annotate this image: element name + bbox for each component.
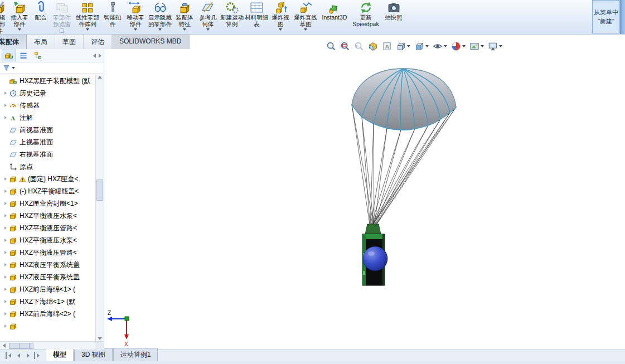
bill-of-materials-button[interactable]: 材料明细表 (244, 0, 269, 33)
apply-scene-icon[interactable] (468, 41, 485, 52)
move-component-button[interactable]: 移动零部件 (124, 0, 147, 33)
expand-arrow-icon[interactable] (4, 263, 7, 266)
last-tab-icon[interactable] (34, 352, 41, 359)
expand-arrow-icon[interactable] (4, 202, 7, 205)
tree-item-component-partial[interactable] (0, 320, 95, 332)
tree-item-component[interactable]: HXZ平衡液压水泵< (0, 234, 95, 246)
tab-evaluate[interactable]: 评估 (84, 35, 112, 49)
tree-item-component[interactable]: HXZ平衡液压水泵< (0, 210, 95, 222)
update-speedpak-button[interactable]: 更新Speedpak (350, 0, 381, 33)
tree-item-top-plane[interactable]: 上视基准面 (0, 136, 95, 148)
expand-arrow-icon[interactable] (4, 116, 7, 119)
edit-appearance-icon[interactable] (450, 41, 467, 52)
dropdown-caret-icon[interactable] (206, 28, 210, 31)
expand-arrow-icon[interactable] (4, 312, 7, 316)
tree-item-history[interactable]: 历史记录 (0, 87, 95, 99)
tab-layout[interactable]: 布局 (27, 35, 55, 49)
tree-item-component[interactable]: (-) HXZ平衡罐瓶盖< (0, 185, 95, 197)
tree-item-component[interactable]: HXZ液压平衡系统盖 (0, 271, 95, 283)
dropdown-caret-icon[interactable] (462, 45, 466, 47)
tree-item-root[interactable]: HXZ黑匣子装配模型 (默 (0, 75, 95, 87)
tree-item-component[interactable]: (固定) HXZ匣盒< (0, 173, 95, 185)
tree-item-component[interactable]: HXZ平衡液压管路< (0, 246, 95, 259)
dropdown-caret-icon[interactable] (407, 45, 410, 47)
expand-arrow-icon[interactable] (4, 275, 7, 279)
propertymanager-tab[interactable] (16, 50, 31, 61)
new-document-hint-panel[interactable]: 从菜单中 “新建” (592, 0, 620, 33)
show-hidden-components-button[interactable]: 显示隐藏的零部件 (147, 0, 173, 33)
vertical-scroll-thumb[interactable] (96, 179, 103, 201)
zoom-fit-icon[interactable] (325, 41, 337, 52)
display-style-icon[interactable] (413, 41, 430, 52)
tab-assembly[interactable]: 装配体 (0, 35, 27, 49)
expand-arrow-icon[interactable] (4, 226, 7, 230)
new-motion-study-button[interactable]: 新建运动算例 (220, 0, 244, 33)
tree-vertical-scrollbar[interactable] (95, 75, 104, 341)
tree-item-component[interactable]: HXZ前后海绵<2> ( (0, 308, 95, 320)
tree-item-annotations[interactable]: 注解 (0, 111, 95, 124)
filter-funnel-icon[interactable] (3, 65, 10, 71)
first-tab-icon[interactable] (6, 352, 13, 359)
graphics-area[interactable]: Z X (104, 49, 625, 350)
dropdown-caret-icon[interactable] (444, 45, 447, 47)
dropdown-caret-icon[interactable] (134, 28, 137, 31)
smart-fasteners-button[interactable]: 智能扣件 (101, 0, 124, 33)
featuremanager-tab[interactable] (2, 50, 16, 61)
assembly-features-button[interactable]: 装配体特征 (173, 0, 196, 33)
expand-arrow-icon[interactable] (4, 300, 7, 303)
exploded-view-button[interactable]: 爆炸视图 (269, 0, 292, 33)
view-settings-icon[interactable] (487, 41, 503, 52)
dropdown-caret-icon[interactable] (183, 28, 186, 31)
expand-arrow-icon[interactable] (4, 324, 7, 328)
tree-item-component[interactable]: HXZ液压平衡系统盖 (0, 259, 95, 271)
tree-item-front-plane[interactable]: 前视基准面 (0, 124, 95, 136)
component-preview-window-button[interactable]: 零部件预览窗口 (50, 0, 74, 33)
scroll-down-icon[interactable] (98, 337, 102, 340)
tab-sketch[interactable]: 草图 (55, 35, 84, 49)
manager-tabs-scroll-right-icon[interactable] (99, 54, 101, 58)
tree-item-sensors[interactable]: 传感器 (0, 99, 95, 111)
tree-item-component[interactable]: HXZ前后海绵<1> ( (0, 283, 95, 295)
take-snapshot-button[interactable]: 拍快照 (381, 0, 406, 33)
tree-item-right-plane[interactable]: 右视基准面 (0, 148, 95, 161)
mate-button[interactable]: 配合 (31, 0, 50, 33)
configurationmanager-tab[interactable] (31, 50, 45, 61)
dropdown-caret-icon[interactable] (425, 45, 429, 47)
dropdown-caret-icon[interactable] (481, 45, 484, 47)
dropdown-caret-icon[interactable] (18, 28, 21, 31)
edit-component-button[interactable]: 编辑零部件 (0, 0, 8, 33)
tree-item-component[interactable]: HXZ平衡液压管路< (0, 222, 95, 234)
tab-solidworks-mbd[interactable]: SOLIDWORKS MBD (112, 35, 189, 49)
insert-components-button[interactable]: 插入零部件 (8, 0, 31, 33)
dropdown-caret-icon[interactable] (86, 28, 89, 31)
section-view-icon[interactable] (367, 41, 379, 52)
view-orientation-icon[interactable] (395, 41, 411, 52)
tab-motion-study-1[interactable]: 运动算例1 (113, 348, 158, 361)
zoom-area-icon[interactable] (339, 41, 351, 52)
horizontal-scroll-thumb[interactable] (9, 343, 33, 349)
expand-arrow-icon[interactable] (4, 251, 7, 254)
hide-show-items-icon[interactable] (432, 41, 448, 52)
tree-item-component[interactable]: HXZ下海绵<1> (默 (0, 295, 95, 308)
dropdown-caret-icon[interactable] (499, 45, 502, 47)
expand-arrow-icon[interactable] (4, 177, 7, 181)
tab-3d-views[interactable]: 3D 视图 (74, 348, 113, 361)
previous-view-icon[interactable] (353, 41, 365, 52)
expand-arrow-icon[interactable] (4, 239, 7, 242)
explode-line-sketch-button[interactable]: 爆炸直线草图 (292, 0, 319, 33)
expand-arrow-icon[interactable] (4, 190, 7, 193)
prev-tab-icon[interactable] (15, 352, 22, 359)
dropdown-caret-icon[interactable] (279, 28, 282, 31)
scroll-left-icon[interactable] (3, 343, 6, 348)
dynamic-annotation-icon[interactable] (381, 41, 393, 52)
tree-horizontal-scrollbar[interactable] (0, 341, 95, 350)
task-pane-edge[interactable] (620, 0, 625, 35)
expand-arrow-icon[interactable] (4, 288, 7, 291)
expand-arrow-icon[interactable] (4, 214, 7, 217)
tab-model[interactable]: 模型 (46, 348, 74, 361)
tree-item-component[interactable]: HXZ匣盒密封圈<1> (0, 197, 95, 210)
linear-component-pattern-button[interactable]: 线性零部件阵列 (74, 0, 101, 33)
filter-dropdown-caret-icon[interactable] (12, 67, 15, 69)
expand-arrow-icon[interactable] (4, 91, 7, 95)
expand-arrow-icon[interactable] (4, 104, 7, 107)
